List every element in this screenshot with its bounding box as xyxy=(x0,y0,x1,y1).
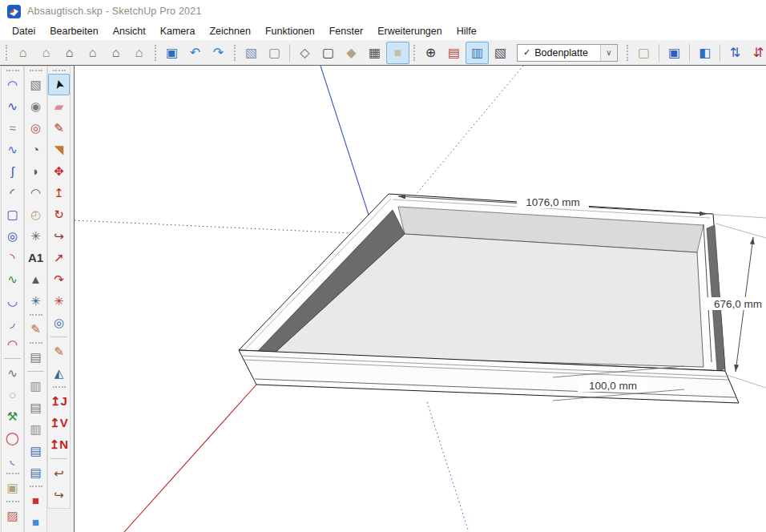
chord-arc-tool-icon[interactable]: ◗ xyxy=(25,160,46,182)
mesh-grid-tool-icon[interactable]: ▦ xyxy=(2,526,23,532)
slab-blue-tool-icon[interactable]: ▤ xyxy=(25,440,46,461)
view-left-icon[interactable]: ⌂ xyxy=(127,42,151,64)
toolbar-gripper[interactable] xyxy=(413,45,415,61)
mirror-tool-icon[interactable]: ◭ xyxy=(48,362,70,384)
menu-hilfe[interactable]: Hilfe xyxy=(450,24,484,38)
monochrome-mode-icon[interactable]: ■ xyxy=(386,42,409,64)
section-display-icon[interactable]: ▤ xyxy=(442,42,466,64)
arc-red-tool-icon[interactable]: ◝ xyxy=(2,247,23,268)
red-arc-tool-icon[interactable]: ◠ xyxy=(2,333,23,355)
scale-tool-icon[interactable]: ↗ xyxy=(48,247,70,268)
slab-solid-tool-icon[interactable]: ▤ xyxy=(25,397,46,418)
model-canvas[interactable]: 1076,0 mm 676,0 mm 100,0 mm xyxy=(74,66,766,532)
arrows-down-up-red-icon[interactable]: ⇵ xyxy=(747,42,766,64)
toolbar-gripper[interactable] xyxy=(627,45,628,61)
extrude-bend-2-tool-icon[interactable]: ↪ xyxy=(48,484,70,506)
polyline-tool-icon[interactable]: ∿ xyxy=(2,95,23,117)
mesh-dome-tool-icon[interactable]: ▨ xyxy=(2,505,23,526)
face-split-plugin-icon[interactable]: ◧ xyxy=(693,42,716,64)
tray-model[interactable] xyxy=(239,194,739,403)
back-edges-mode-icon[interactable]: ▢ xyxy=(263,42,286,64)
menu-datei[interactable]: Datei xyxy=(5,24,42,38)
toolbar-gripper[interactable] xyxy=(30,486,42,487)
view-back-icon[interactable]: ⌂ xyxy=(104,42,127,64)
shaded-mode-icon[interactable]: ◆ xyxy=(340,42,363,64)
dimension-pencil-tool-icon[interactable]: ✎ xyxy=(48,341,70,362)
auto-label-tool-icon[interactable]: A1 xyxy=(25,247,46,268)
wireframe-mode-icon[interactable]: ◇ xyxy=(293,42,316,64)
vector-push-pull-tool-icon[interactable]: ↥V xyxy=(48,412,70,433)
toolbar-gripper[interactable] xyxy=(30,70,42,71)
menu-fenster[interactable]: Fenster xyxy=(322,24,370,38)
axes-star-tool-icon[interactable]: ✳ xyxy=(25,290,46,312)
step-curve-tool-icon[interactable]: ∫ xyxy=(2,160,23,182)
zoom-selection-tool-icon[interactable]: ◎ xyxy=(48,312,70,333)
dotted-polygon-tool-icon[interactable]: ◌ xyxy=(2,384,23,405)
freehand-curve-tool-icon[interactable]: ≈ xyxy=(2,117,23,139)
sector-tool-icon[interactable]: ◟ xyxy=(2,449,23,470)
slab-blue-2-tool-icon[interactable]: ▤ xyxy=(25,461,46,483)
toolbar-gripper[interactable] xyxy=(6,45,7,61)
section-fill-icon[interactable]: ▧ xyxy=(489,42,512,64)
toolbar-gripper[interactable] xyxy=(53,70,66,71)
bezier-curve-tool-icon[interactable]: ◠ xyxy=(2,74,23,95)
dropdown-arrow-button[interactable]: ∨ xyxy=(600,45,617,61)
curve-tool-icon[interactable]: ◡ xyxy=(2,290,23,312)
pie-arc-tool-icon[interactable]: ◔ xyxy=(25,139,46,160)
select-tool-icon[interactable]: ➤ xyxy=(48,74,70,95)
menu-ansicht[interactable]: Ansicht xyxy=(106,24,153,38)
gray-spline-tool-icon[interactable]: ∿ xyxy=(2,362,23,384)
red-circle-tool-icon[interactable]: ◎ xyxy=(25,117,46,139)
face-select-plugin-icon[interactable]: ▢ xyxy=(632,42,655,64)
arc-low-tool-icon[interactable]: ◞ xyxy=(2,312,23,333)
toolbar-gripper[interactable] xyxy=(30,314,42,316)
menu-zeichnen[interactable]: Zeichnen xyxy=(202,24,257,38)
toolbar-gripper[interactable] xyxy=(53,386,66,388)
bulge-arc-tool-icon[interactable]: ◠ xyxy=(25,182,46,204)
arrows-up-down-blue-icon[interactable]: ⇅ xyxy=(724,42,747,64)
rectangle-diagonal-tool-icon[interactable]: ▧ xyxy=(25,74,46,95)
hidden-line-mode-icon[interactable]: ▢ xyxy=(316,42,340,64)
slab-wireframe-2-tool-icon[interactable]: ▥ xyxy=(25,418,46,440)
slab-wireframe-tool-icon[interactable]: ▥ xyxy=(25,375,46,397)
toolbar-gripper[interactable] xyxy=(6,70,19,71)
view-right-icon[interactable]: ⌂ xyxy=(81,42,104,64)
toolbar-gripper[interactable] xyxy=(6,501,19,502)
section-cuts-icon[interactable]: ▥ xyxy=(466,42,489,64)
spiral-tool-icon[interactable]: ◎ xyxy=(2,225,23,247)
circle-radius-tool-icon[interactable]: ◉ xyxy=(25,95,46,117)
model-viewport[interactable]: 1076,0 mm 676,0 mm 100,0 mm xyxy=(75,66,766,532)
face-mark-plugin-icon[interactable]: ▣ xyxy=(663,42,686,64)
xray-mode-icon[interactable]: ▧ xyxy=(240,42,263,64)
radial-scale-tool-icon[interactable]: ✳ xyxy=(48,290,70,312)
section-plane-icon[interactable]: ⊕ xyxy=(419,42,442,64)
protractor-tool-icon[interactable]: ◴ xyxy=(25,204,46,225)
hole-punch-tool-icon[interactable]: ▣ xyxy=(2,477,23,498)
axes-marker-tool-icon[interactable]: ✳ xyxy=(25,225,46,247)
offset-rotate-tool-icon[interactable]: ↷ xyxy=(48,268,70,290)
toolbar-gripper[interactable] xyxy=(30,342,42,344)
textured-mode-icon[interactable]: ▦ xyxy=(363,42,386,64)
menu-funktionen[interactable]: Funktionen xyxy=(258,24,322,38)
arc-endpoints-tool-icon[interactable]: ◜ xyxy=(2,182,23,204)
push-pull-tool-icon[interactable]: ↥ xyxy=(48,182,70,204)
ridge-tool-icon[interactable]: ▲ xyxy=(25,268,46,290)
wrench-tool-icon[interactable]: ⚒ xyxy=(2,405,23,427)
blue-cube-tool-icon[interactable]: ■ xyxy=(25,511,46,532)
view-front-icon[interactable]: ⌂ xyxy=(58,42,81,64)
green-spline-tool-icon[interactable]: ∿ xyxy=(2,268,23,290)
toolbar-gripper[interactable] xyxy=(234,45,236,61)
red-cube-tool-icon[interactable]: ■ xyxy=(25,490,46,511)
pencil-tool-icon[interactable]: ✎ xyxy=(48,117,70,139)
normal-push-pull-tool-icon[interactable]: ↥N xyxy=(48,433,70,455)
rounded-rectangle-tool-icon[interactable]: ▢ xyxy=(2,204,23,225)
menu-erweiterungen[interactable]: Erweiterungen xyxy=(370,24,450,38)
rotate-tool-icon[interactable]: ↻ xyxy=(48,204,70,225)
loop-tool-icon[interactable]: ◯ xyxy=(2,427,23,449)
view-top-icon[interactable]: ⌂ xyxy=(34,42,58,64)
eraser-tool-icon[interactable]: ▰ xyxy=(48,95,70,117)
redo-icon[interactable]: ↷ xyxy=(207,42,230,64)
follow-me-tool-icon[interactable]: ↪ xyxy=(48,225,70,247)
menu-bearbeiten[interactable]: Bearbeiten xyxy=(42,24,105,38)
paint-bucket-tool-icon[interactable]: ◥ xyxy=(48,139,70,160)
